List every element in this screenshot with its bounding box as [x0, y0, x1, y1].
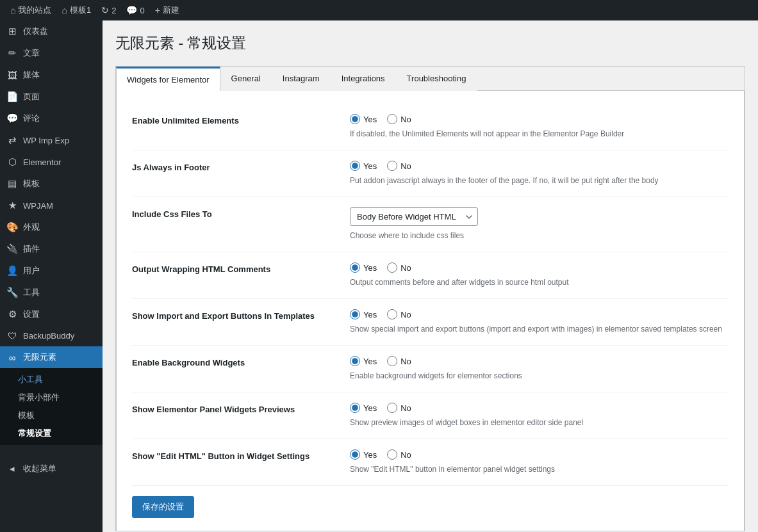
- radio-input-yes-output-comments[interactable]: [350, 262, 360, 273]
- desc-import-export: Show special import and export buttons (…: [350, 323, 729, 335]
- setting-control-edit-html-btn: Yes No Show "Edit HTML" button in elemen…: [350, 449, 729, 475]
- collapse-icon: ◂: [6, 463, 18, 474]
- sidebar-collapse[interactable]: ◂ 收起菜单: [0, 458, 103, 480]
- radio-input-yes-panel-previews[interactable]: [350, 403, 360, 413]
- sidebar-item-wpimpexp[interactable]: ⇄ WP Imp Exp: [0, 129, 103, 151]
- sidebar-item-dashboard[interactable]: ⊞ 仪表盘: [0, 20, 103, 42]
- radio-yes-edit-html-btn[interactable]: Yes: [350, 449, 377, 460]
- setting-output-comments: Output Wrapping HTML Comments Yes No: [132, 252, 729, 299]
- admin-bar-new[interactable]: + 新建: [150, 0, 185, 20]
- sidebar-item-tools[interactable]: 🔧 工具: [0, 282, 103, 303]
- admin-bar-template[interactable]: ⌂ 模板1: [56, 0, 96, 20]
- radio-input-yes-import-export[interactable]: [350, 309, 360, 319]
- users-icon: 👤: [6, 265, 18, 277]
- radio-input-no-edit-html-btn[interactable]: [387, 449, 397, 460]
- sidebar-item-settings[interactable]: ⚙ 设置: [0, 303, 103, 325]
- tabs-nav: Widgets for Elementor General Instagram …: [116, 67, 745, 91]
- sidebar-submenu-bg-widgets[interactable]: 背景小部件: [0, 389, 103, 407]
- revisions-icon: ↻: [101, 5, 109, 15]
- sidebar-item-backupbuddy[interactable]: 🛡 BackupBuddy: [0, 325, 103, 346]
- sidebar-item-comments[interactable]: 💬 评论: [0, 108, 103, 129]
- setting-label-include-css: Include Css Files To: [132, 207, 337, 219]
- radio-no-js-footer[interactable]: No: [387, 161, 411, 171]
- setting-label-bg-widgets: Enable Background Widgets: [132, 356, 337, 367]
- radio-group-js-footer: Yes No: [350, 161, 729, 171]
- save-button[interactable]: 保存的设置: [132, 496, 194, 518]
- radio-yes-panel-previews[interactable]: Yes: [350, 403, 377, 413]
- tab-troubleshooting[interactable]: Troubleshooting: [396, 67, 477, 91]
- setting-label-output-comments: Output Wrapping HTML Comments: [132, 262, 337, 274]
- sidebar-item-media[interactable]: 🖼 媒体: [0, 64, 103, 86]
- sidebar-submenu-small-tools[interactable]: 小工具: [0, 371, 103, 389]
- sidebar-item-unlimited[interactable]: ∞ 无限元素: [0, 346, 103, 368]
- radio-no-enable-unlimited[interactable]: No: [387, 114, 411, 124]
- desc-include-css: Choose where to include css files: [350, 230, 729, 241]
- sidebar-submenu-general-settings[interactable]: 常规设置: [0, 424, 103, 442]
- content-area: 无限元素 - 常规设置 Widgets for Elementor Genera…: [103, 20, 758, 532]
- sidebar-submenu-templates[interactable]: 模板: [0, 407, 103, 424]
- plus-icon: +: [155, 5, 160, 15]
- tab-integrations[interactable]: Integrations: [331, 67, 396, 91]
- radio-input-no-panel-previews[interactable]: [387, 403, 397, 413]
- setting-control-output-comments: Yes No Output comments before and after …: [350, 262, 729, 288]
- sidebar-item-posts[interactable]: ✏ 文章: [0, 42, 103, 64]
- setting-edit-html-btn: Show "Edit HTML" Button in Widget Settin…: [132, 439, 729, 486]
- unlimited-icon: ∞: [6, 352, 18, 363]
- radio-group-bg-widgets: Yes No: [350, 356, 729, 366]
- sidebar-item-appearance[interactable]: 🎨 外观: [0, 216, 103, 238]
- sidebar-item-elementor[interactable]: ⬡ Elementor: [0, 151, 103, 173]
- admin-bar-revisions[interactable]: ↻ 2: [96, 0, 121, 20]
- radio-group-output-comments: Yes No: [350, 262, 729, 273]
- tab-widgets[interactable]: Widgets for Elementor: [116, 67, 220, 91]
- desc-bg-widgets: Enable background widgets for elementor …: [350, 370, 729, 382]
- radio-input-yes-js-footer[interactable]: [350, 161, 360, 171]
- radio-input-no-import-export[interactable]: [387, 309, 397, 319]
- css-files-select[interactable]: Body Before Widget HTML Head Body After …: [350, 207, 478, 226]
- media-icon: 🖼: [6, 70, 18, 81]
- sidebar-item-users[interactable]: 👤 用户: [0, 260, 103, 282]
- radio-input-no-bg-widgets[interactable]: [387, 356, 397, 366]
- setting-control-panel-previews: Yes No Show preview images of widget box…: [350, 403, 729, 428]
- tab-general[interactable]: General: [220, 67, 272, 91]
- page-title: 无限元素 - 常规设置: [115, 33, 745, 53]
- radio-yes-enable-unlimited[interactable]: Yes: [350, 114, 377, 124]
- sidebar-submenu: 小工具 背景小部件 模板 常规设置: [0, 368, 103, 445]
- setting-panel-previews: Show Elementor Panel Widgets Previews Ye…: [132, 392, 729, 439]
- desc-output-comments: Output comments before and after widgets…: [350, 277, 729, 288]
- radio-yes-bg-widgets[interactable]: Yes: [350, 356, 377, 366]
- radio-no-panel-previews[interactable]: No: [387, 403, 411, 413]
- wp-icon: ⌂: [10, 5, 15, 15]
- radio-no-edit-html-btn[interactable]: No: [387, 449, 411, 460]
- dashboard-icon: ⊞: [6, 26, 18, 37]
- settings-content: Enable Unlimited Elements Yes No: [116, 91, 745, 531]
- radio-yes-import-export[interactable]: Yes: [350, 309, 377, 319]
- radio-input-yes-enable-unlimited[interactable]: [350, 114, 360, 124]
- radio-group-edit-html-btn: Yes No: [350, 449, 729, 460]
- sidebar-item-wpjam[interactable]: ★ WPJAM: [0, 195, 103, 216]
- radio-input-no-enable-unlimited[interactable]: [387, 114, 397, 124]
- desc-enable-unlimited: If disabled, the Unlimited Elements will…: [350, 128, 729, 140]
- sidebar-item-templates[interactable]: ▤ 模板: [0, 173, 103, 195]
- radio-input-yes-bg-widgets[interactable]: [350, 356, 360, 366]
- tab-instagram[interactable]: Instagram: [272, 67, 331, 91]
- radio-no-bg-widgets[interactable]: No: [387, 356, 411, 366]
- admin-bar-comments[interactable]: 💬 0: [121, 0, 149, 20]
- setting-js-footer: Js Always in Footer Yes No: [132, 150, 729, 197]
- radio-group-import-export: Yes No: [350, 309, 729, 319]
- radio-no-import-export[interactable]: No: [387, 309, 411, 319]
- radio-yes-output-comments[interactable]: Yes: [350, 262, 377, 273]
- setting-control-enable-unlimited: Yes No If disabled, the Unlimited Elemen…: [350, 114, 729, 140]
- comments-sidebar-icon: 💬: [6, 113, 18, 124]
- radio-yes-js-footer[interactable]: Yes: [350, 161, 377, 171]
- radio-input-no-output-comments[interactable]: [387, 262, 397, 273]
- radio-input-yes-edit-html-btn[interactable]: [350, 449, 360, 460]
- admin-bar-my-site[interactable]: ⌂ 我的站点: [5, 0, 56, 20]
- setting-control-bg-widgets: Yes No Enable background widgets for ele…: [350, 356, 729, 382]
- sidebar-item-plugins[interactable]: 🔌 插件: [0, 238, 103, 260]
- template-icon: ⌂: [62, 5, 67, 15]
- setting-import-export: Show Import and Export Buttons In Templa…: [132, 299, 729, 346]
- radio-input-no-js-footer[interactable]: [387, 161, 397, 171]
- sidebar-item-pages[interactable]: 📄 页面: [0, 86, 103, 108]
- radio-no-output-comments[interactable]: No: [387, 262, 411, 273]
- posts-icon: ✏: [6, 47, 18, 59]
